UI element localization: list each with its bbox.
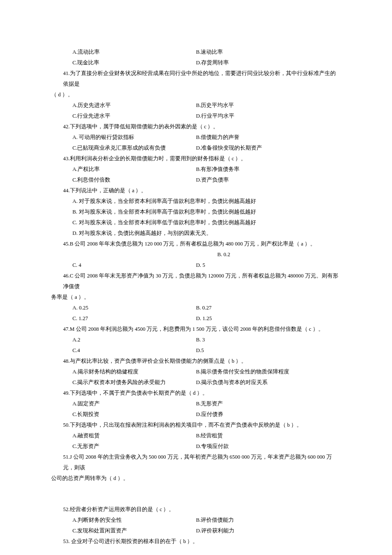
q47: 47.M 公司 2008 年利润总额为 4500 万元，利息费用为 1 500 … xyxy=(51,324,341,356)
option-row: C.无形资产 D.专项应付款 xyxy=(51,441,341,452)
option-row: C. 4 D. 5 xyxy=(51,260,341,271)
option-b: B. 0.2 xyxy=(72,249,341,260)
option-row: A.产权比率 B.有形净值债务率 xyxy=(51,164,341,175)
option-row: A. 0.25 B. 0.27 xyxy=(51,303,341,313)
question-stem: 48.与产权比率比较，资产负债率评价企业长期偿债能力的侧重点是（ b ）。 xyxy=(51,356,341,367)
option-row: D. 对与股东来说，负债比例越高越好，与别的因素无关。 xyxy=(51,228,341,239)
option-a: A.历史先进水平 xyxy=(72,100,196,111)
option-a: A.融资租赁 xyxy=(72,431,196,441)
option-d: D.准备很快变现的长期资产 xyxy=(196,143,341,153)
option-d: D.专项应付款 xyxy=(196,441,341,452)
option-d: D.应付债券 xyxy=(196,409,341,420)
option-c: C. 对与股东来说，当全部资本利润率低于借款利息率时，负债比例越高越好 xyxy=(72,217,341,228)
option-row: B. 0.2 xyxy=(51,249,341,260)
option-c: C.已贴现商业承兑汇票形成的或有负债 xyxy=(72,143,196,153)
option-b: B. 对与股东来说，当全部资本利润率高于借款利息率时，负债比例越低越好 xyxy=(72,207,341,217)
option-d: D.5 xyxy=(196,345,341,356)
option-b: B.历史平均水平 xyxy=(196,100,341,111)
q52: 52.经营者分析资产运用效率的目的是（ c ）。 A.判断财务的安全性 B.评价… xyxy=(51,504,341,536)
option-a: A. 可动用的银行贷款指标 xyxy=(72,132,196,143)
q43: 43.利用利润表分析企业的长期偿债能力时，需要用到的财务指标是（ c ）。 A.… xyxy=(51,153,341,185)
option-row: C.已贴现商业承兑汇票形成的或有负债 D.准备很快变现的长期资产 xyxy=(51,143,341,153)
q51: 51.J 公司 2008 年的主营业务收入为 500 000 万元，其年初资产总… xyxy=(51,452,341,484)
option-row: B. 对与股东来说，当全部资本利润率高于借款利息率时，负债比例越低越好 xyxy=(51,207,341,217)
option-a: A.流动比率 xyxy=(72,47,196,58)
option-row: A.固定资产 B.无形资产 xyxy=(51,399,341,409)
option-c: C.利息偿付倍数 xyxy=(72,175,196,185)
question-stem: 49.下列选项中，不属于资产负债表中长期资产的是（ d ）。 xyxy=(51,388,341,399)
q48: 48.与产权比率比较，资产负债率评价企业长期偿债能力的侧重点是（ b ）。 A.… xyxy=(51,356,341,388)
option-b: B. 0.27 xyxy=(196,303,341,313)
option-b: B.速动比率 xyxy=(196,47,341,58)
question-stem-cont: 公司的总资产周转率为（ d ）。 xyxy=(51,473,341,484)
option-d: D. 对与股东来说，负债比例越高越好，与别的因素无关。 xyxy=(72,228,341,239)
question-stem: 42.下列选项中，属于降低短期偿债能力的表外因素的是（ c ）。 xyxy=(51,121,341,132)
option-b: B. 3 xyxy=(196,335,341,345)
option-row: A.判断财务的安全性 B.评价偿债能力 xyxy=(51,515,341,526)
option-c: C. 4 xyxy=(72,260,196,271)
option-row: C.现金比率 D.存货周转率 xyxy=(51,58,341,68)
question-stem: 46.C 公司 2008 年年末无形资产净值为 30 万元，负债总额为 1200… xyxy=(51,271,341,292)
q49: 49.下列选项中，不属于资产负债表中长期资产的是（ d ）。 A.固定资产 B.… xyxy=(51,388,341,420)
option-c: C.揭示产权资本对债务风险的承受能力 xyxy=(72,377,196,388)
option-row: C.发现和处置闲置资产 D.评价获利能力 xyxy=(51,526,341,536)
option-c: C.行业先进水平 xyxy=(72,111,196,121)
option-d: D. 5 xyxy=(196,260,341,271)
q50: 50.下列选项中，只出现在报表附注和利润表的相关项目中，而不在资产负债表中反映的… xyxy=(51,420,341,452)
question-stem: 52.经营者分析资产运用效率的目的是（ c ）。 xyxy=(51,504,341,515)
option-a: A.揭示财务结构的稳健程度 xyxy=(72,367,196,377)
option-d: D.揭示负债与资本的对应关系 xyxy=(196,377,341,388)
question-stem-cont: 务率是（ a ）。 xyxy=(51,292,341,303)
option-b: B.无形资产 xyxy=(196,399,341,409)
option-c: C.现金比率 xyxy=(72,58,196,68)
option-row: A. 可动用的银行贷款指标 B.偿债能力的声誉 xyxy=(51,132,341,143)
question-stem: 47.M 公司 2008 年利润总额为 4500 万元，利息费用为 1 500 … xyxy=(51,324,341,335)
option-c: C.发现和处置闲置资产 xyxy=(72,526,196,536)
option-row: C.利息偿付倍数 D.资产负债率 xyxy=(51,175,341,185)
option-row: C.长期投资 D.应付债券 xyxy=(51,409,341,420)
q45: 45.B 公司 2008 年年末负债总额为 120 000 万元，所有者权益总额… xyxy=(51,239,341,271)
option-d: D.评价获利能力 xyxy=(196,526,341,536)
question-stem: 51.J 公司 2008 年的主营业务收入为 500 000 万元，其年初资产总… xyxy=(51,452,341,473)
option-b: B.揭示债务偿付安全性的物质保障程度 xyxy=(196,367,341,377)
option-b: B.经营租赁 xyxy=(196,431,341,441)
question-stem: 41.为了直接分析企业财务状况和经营成果在同行业中所处的地位，需要进行同业比较分… xyxy=(51,68,341,90)
blank-gap xyxy=(51,484,341,504)
option-a: A.固定资产 xyxy=(72,399,196,409)
option-d: D. 1.25 xyxy=(196,313,341,324)
option-row: A.流动比率 B.速动比率 xyxy=(51,47,341,58)
option-a: A. 对于股东来说，当全部资本利润率高于借款利息率时，负债比例越高越好 xyxy=(72,196,341,207)
option-a: A. 0.25 xyxy=(72,303,196,313)
q42: 42.下列选项中，属于降低短期偿债能力的表外因素的是（ c ）。 A. 可动用的… xyxy=(51,121,341,153)
q40-options: A.流动比率 B.速动比率 C.现金比率 D.存货周转率 xyxy=(51,47,341,68)
option-row: C.行业先进水平 D.行业平均水平 xyxy=(51,111,341,121)
question-stem: 43.利用利润表分析企业的长期偿债能力时，需要用到的财务指标是（ c ）。 xyxy=(51,153,341,164)
question-stem: 45.B 公司 2008 年年末负债总额为 120 000 万元，所有者权益总额… xyxy=(51,239,341,249)
option-c: C.长期投资 xyxy=(72,409,196,420)
option-c: C.4 xyxy=(72,345,196,356)
option-a: A.产权比率 xyxy=(72,164,196,175)
option-row: A.揭示财务结构的稳健程度 B.揭示债务偿付安全性的物质保障程度 xyxy=(51,367,341,377)
option-row: C. 1.27 D. 1.25 xyxy=(51,313,341,324)
question-stem: 53. 企业对子公司进行长期投资的根本目的在于（ b ）。 xyxy=(51,536,341,547)
option-d: D.资产负债率 xyxy=(196,175,341,185)
question-stem: 44.下列说法中，正确的是（ a ）。 xyxy=(51,185,341,196)
q44: 44.下列说法中，正确的是（ a ）。 A. 对于股东来说，当全部资本利润率高于… xyxy=(51,185,341,239)
option-row: A.历史先进水平 B.历史平均水平 xyxy=(51,100,341,111)
option-d: D.行业平均水平 xyxy=(196,111,341,121)
option-b: B.偿债能力的声誉 xyxy=(196,132,341,143)
option-row: C.揭示产权资本对债务风险的承受能力 D.揭示负债与资本的对应关系 xyxy=(51,377,341,388)
option-b: B.评价偿债能力 xyxy=(196,515,341,526)
option-a: A.2 xyxy=(72,335,196,345)
question-stem: 50.下列选项中，只出现在报表附注和利润表的相关项目中，而不在资产负债表中反映的… xyxy=(51,420,341,431)
option-d: D.存货周转率 xyxy=(196,58,341,68)
option-row: A. 对于股东来说，当全部资本利润率高于借款利息率时，负债比例越高越好 xyxy=(51,196,341,207)
option-row: A.2 B. 3 xyxy=(51,335,341,345)
option-row: C. 对与股东来说，当全部资本利润率低于借款利息率时，负债比例越高越好 xyxy=(51,217,341,228)
q46: 46.C 公司 2008 年年末无形资产净值为 30 万元，负债总额为 1200… xyxy=(51,271,341,324)
option-c: C. 1.27 xyxy=(72,313,196,324)
option-b: B.有形净值债务率 xyxy=(196,164,341,175)
question-stem-cont: （ d ）。 xyxy=(51,90,341,100)
option-a: A.判断财务的安全性 xyxy=(72,515,196,526)
option-c: C.无形资产 xyxy=(72,441,196,452)
